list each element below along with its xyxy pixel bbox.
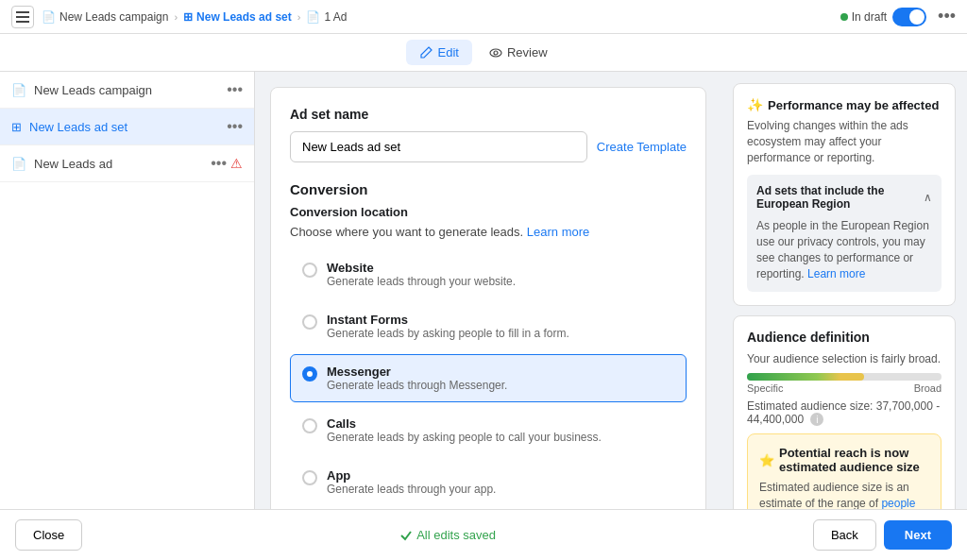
top-bar: 📄 New Leads campaign › ⊞ New Leads ad se… bbox=[0, 0, 967, 34]
breadcrumb-ad[interactable]: 📄 1 Ad bbox=[306, 10, 347, 24]
radio-calls-title: Calls bbox=[327, 416, 602, 431]
radio-messenger[interactable]: Messenger Generate leads through Messeng… bbox=[290, 354, 687, 402]
adset-more-button[interactable]: ••• bbox=[227, 118, 243, 135]
ad-sidebar-icon: 📄 bbox=[11, 157, 26, 171]
ad-warning-icon: ⚠ bbox=[230, 156, 243, 171]
sparkle-icon: ✨ bbox=[747, 97, 763, 112]
radio-calls-desc: Generate leads by asking people to call … bbox=[327, 431, 602, 444]
radio-circle-app bbox=[302, 470, 317, 485]
tab-edit[interactable]: Edit bbox=[406, 40, 471, 65]
audience-definition-card: Audience definition Your audience select… bbox=[733, 315, 956, 509]
sidebar: 📄 New Leads campaign ••• ⊞ New Leads ad … bbox=[0, 72, 255, 509]
radio-instant-forms[interactable]: Instant Forms Generate leads by asking p… bbox=[290, 302, 687, 350]
svg-rect-0 bbox=[16, 11, 29, 13]
radio-app-desc: Generate leads through your app. bbox=[327, 483, 496, 496]
eu-region-card: Ad sets that include the European Region… bbox=[747, 175, 942, 291]
breadcrumb-campaign[interactable]: 📄 New Leads campaign bbox=[42, 10, 168, 24]
radio-circle-instant-forms bbox=[302, 314, 317, 330]
status-dot bbox=[840, 13, 848, 21]
radio-app[interactable]: App Generate leads through your app. bbox=[290, 458, 687, 506]
svg-point-4 bbox=[494, 51, 498, 55]
campaign-sidebar-icon: 📄 bbox=[11, 83, 26, 97]
audience-definition-title: Audience definition bbox=[747, 330, 942, 345]
nav-buttons: Back Next bbox=[813, 519, 952, 551]
breadcrumb-adset[interactable]: ⊞ New Leads ad set bbox=[183, 10, 292, 24]
radio-instant-forms-title: Instant Forms bbox=[327, 313, 569, 327]
conversion-title: Conversion bbox=[290, 181, 687, 197]
audience-bar-fill bbox=[747, 373, 864, 381]
tab-review[interactable]: Review bbox=[476, 40, 561, 65]
breadcrumb-sep-2: › bbox=[297, 11, 301, 23]
close-button[interactable]: Close bbox=[15, 519, 82, 551]
conversion-section: Conversion Conversion location Choose wh… bbox=[290, 181, 687, 506]
radio-messenger-title: Messenger bbox=[327, 365, 507, 379]
potential-reach-card: ⭐ Potential reach is now estimated audie… bbox=[747, 433, 942, 509]
more-menu-button[interactable]: ••• bbox=[938, 7, 956, 26]
sidebar-ad-label: New Leads ad bbox=[34, 157, 207, 171]
potential-reach-text: Estimated audience size is an estimate o… bbox=[759, 480, 929, 509]
create-template-link[interactable]: Create Template bbox=[597, 140, 687, 154]
audience-definition-subtitle: Your audience selection is fairly broad. bbox=[747, 352, 942, 365]
svg-rect-2 bbox=[16, 21, 29, 23]
breadcrumb-sep-1: › bbox=[174, 11, 178, 23]
breadcrumb: 📄 New Leads campaign › ⊞ New Leads ad se… bbox=[42, 10, 840, 24]
adset-sidebar-icon: ⊞ bbox=[11, 120, 22, 134]
adset-icon: ⊞ bbox=[183, 10, 193, 24]
radio-website-title: Website bbox=[327, 261, 516, 275]
radio-app-title: App bbox=[327, 468, 496, 483]
radio-messenger-desc: Generate leads through Messenger. bbox=[327, 379, 507, 392]
edit-review-bar: Edit Review bbox=[0, 34, 967, 72]
ad-set-name-label: Ad set name bbox=[290, 107, 687, 122]
audience-size-info-icon[interactable]: i bbox=[810, 413, 823, 426]
ad-set-name-row: Create Template bbox=[290, 131, 687, 162]
edit-icon bbox=[419, 46, 433, 59]
ad-more-button[interactable]: ••• bbox=[211, 155, 227, 172]
next-button[interactable]: Next bbox=[884, 520, 952, 550]
radio-instant-forms-desc: Generate leads by asking people to fill … bbox=[327, 327, 569, 340]
checkmark-icon bbox=[399, 529, 413, 542]
sidebar-campaign-label: New Leads campaign bbox=[34, 83, 223, 97]
audience-bar-bg bbox=[747, 373, 942, 381]
ad-set-name-input[interactable] bbox=[290, 131, 587, 162]
radio-calls[interactable]: Calls Generate leads by asking people to… bbox=[290, 406, 687, 454]
people-link[interactable]: people bbox=[881, 497, 915, 509]
svg-rect-1 bbox=[16, 16, 29, 18]
audience-bar-labels: Specific Broad bbox=[747, 382, 942, 394]
audience-size: Estimated audience size: 37,700,000 - 44… bbox=[747, 399, 942, 427]
right-panel: ✨ Performance may be affected Evolving c… bbox=[721, 72, 967, 509]
sidebar-item-campaign[interactable]: 📄 New Leads campaign ••• bbox=[0, 72, 254, 109]
eu-learn-more-link[interactable]: Learn more bbox=[807, 267, 865, 280]
performance-card-text: Evolving changes within the ads ecosyste… bbox=[747, 118, 942, 165]
sidebar-item-adset[interactable]: ⊞ New Leads ad set ••• bbox=[0, 109, 254, 145]
sidebar-toggle[interactable] bbox=[11, 6, 34, 28]
main-layout: 📄 New Leads campaign ••• ⊞ New Leads ad … bbox=[0, 72, 967, 509]
content-area: Ad set name Create Template Conversion C… bbox=[255, 72, 721, 509]
performance-card: ✨ Performance may be affected Evolving c… bbox=[733, 83, 956, 306]
radio-circle-messenger bbox=[302, 366, 317, 382]
draft-toggle[interactable] bbox=[892, 8, 926, 26]
bottom-bar: Close All edits saved Back Next bbox=[0, 509, 967, 560]
star-icon: ⭐ bbox=[759, 453, 774, 467]
back-button[interactable]: Back bbox=[813, 519, 876, 551]
radio-circle-website bbox=[302, 263, 317, 278]
radio-website[interactable]: Website Generate leads through your webs… bbox=[290, 250, 687, 298]
radio-circle-calls bbox=[302, 418, 317, 433]
eu-region-title: Ad sets that include the European Region bbox=[756, 184, 924, 211]
campaign-icon: 📄 bbox=[42, 10, 56, 24]
sidebar-item-ad[interactable]: 📄 New Leads ad ••• ⚠ bbox=[0, 145, 254, 182]
performance-card-title: ✨ Performance may be affected bbox=[747, 97, 942, 112]
svg-point-3 bbox=[490, 49, 501, 57]
saved-status: All edits saved bbox=[399, 528, 496, 542]
conversion-desc: Choose where you want to generate leads.… bbox=[290, 225, 687, 239]
learn-more-link[interactable]: Learn more bbox=[527, 225, 589, 239]
ad-icon: 📄 bbox=[306, 10, 320, 24]
campaign-more-button[interactable]: ••• bbox=[227, 81, 243, 98]
radio-website-desc: Generate leads through your website. bbox=[327, 275, 516, 288]
conversion-location-label: Conversion location bbox=[290, 205, 687, 219]
potential-reach-title: ⭐ Potential reach is now estimated audie… bbox=[759, 446, 929, 474]
eu-region-collapse-button[interactable]: ∧ bbox=[924, 191, 932, 204]
eye-icon bbox=[489, 46, 502, 59]
status-badge: In draft bbox=[840, 10, 887, 24]
audience-bar: Specific Broad bbox=[747, 373, 942, 394]
eu-region-text: As people in the European Region use our… bbox=[756, 218, 932, 281]
